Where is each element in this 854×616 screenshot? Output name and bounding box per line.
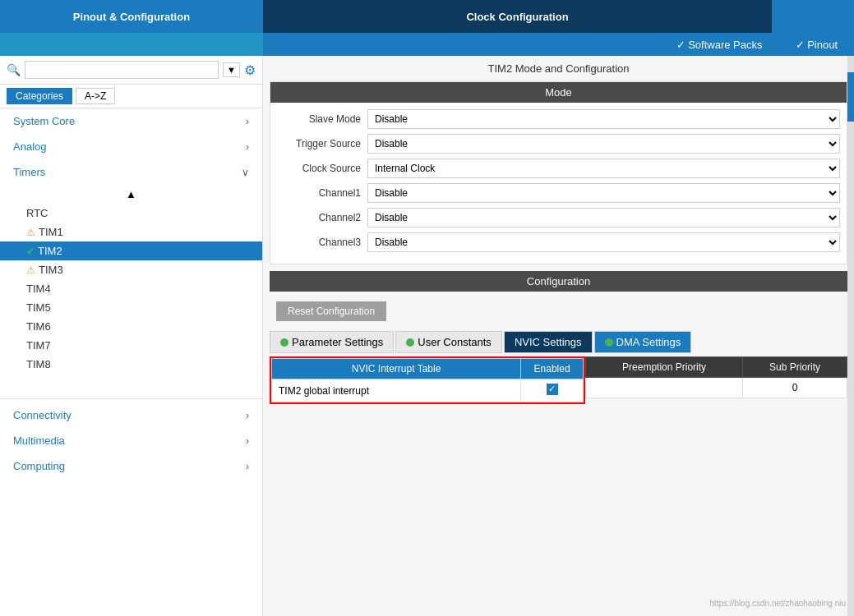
- clock-source-select[interactable]: Internal Clock: [367, 159, 840, 178]
- slave-mode-label: Slave Mode: [277, 113, 367, 125]
- mode-section: Mode Slave Mode Disable Trigger Source D…: [270, 81, 847, 264]
- trigger-source-select[interactable]: Disable: [367, 134, 840, 154]
- nvic-right-panel: Preemption Priority Sub Priority 0: [585, 356, 847, 404]
- sidebar-item-connectivity[interactable]: Connectivity ›: [0, 402, 262, 428]
- chevron-down-icon: ∨: [242, 167, 249, 178]
- timer-item-tim8[interactable]: TIM8: [0, 355, 262, 374]
- scroll-up-arrow[interactable]: ▲: [0, 185, 262, 204]
- nvic-interrupt-box: NVIC Interrupt Table Enabled TIM2 global…: [270, 356, 585, 404]
- sidebar-bottom: Connectivity › Multimedia › Computing ›: [0, 398, 262, 479]
- timer-item-tim6[interactable]: TIM6: [0, 317, 262, 336]
- sidebar-item-analog[interactable]: Analog ›: [0, 134, 262, 159]
- channel1-row: Channel1 Disable: [277, 183, 840, 203]
- warning-icon: ⚠: [26, 264, 35, 276]
- preemption-priority-col-header: Preemption Priority: [586, 357, 743, 378]
- nvic-priority-table: Preemption Priority Sub Priority 0: [585, 356, 847, 398]
- timer-item-tim1[interactable]: ⚠ TIM1: [0, 223, 262, 241]
- chevron-right-icon: ›: [246, 141, 249, 153]
- content-area: TIM2 Mode and Configuration Mode Slave M…: [263, 56, 854, 616]
- config-tabs: Parameter Settings User Constants NVIC S…: [270, 331, 847, 353]
- pinout-link[interactable]: ✓ Pinout: [796, 39, 838, 51]
- search-input[interactable]: [25, 61, 219, 79]
- interrupt-name-cell: TIM2 global interrupt: [272, 379, 521, 402]
- user-constants-tab[interactable]: User Constants: [395, 331, 502, 353]
- nvic-enabled-col-header: Enabled: [521, 359, 584, 379]
- scrollbar[interactable]: [847, 56, 854, 616]
- tab-dot-icon: [605, 338, 613, 347]
- channel3-select[interactable]: Disable: [367, 232, 840, 252]
- table-row: 0: [586, 378, 847, 398]
- sidebar-item-system-core[interactable]: System Core ›: [0, 108, 262, 134]
- chevron-right-icon: ›: [246, 435, 249, 447]
- timer-item-tim7[interactable]: TIM7: [0, 336, 262, 355]
- timer-item-rtc[interactable]: RTC: [0, 204, 262, 223]
- timer-section: ▲ RTC ⚠ TIM1 ✔ TIM2 ⚠ TIM3 TIM4: [0, 185, 262, 374]
- warning-icon: ⚠: [26, 227, 35, 238]
- chevron-right-icon: ›: [246, 116, 249, 127]
- channel2-select[interactable]: Disable: [367, 208, 840, 228]
- dropdown-button[interactable]: ▼: [223, 62, 240, 77]
- config-header: Configuration: [270, 271, 847, 292]
- reset-config-button[interactable]: Reset Configuration: [276, 301, 386, 321]
- categories-tab[interactable]: Categories: [7, 88, 72, 104]
- sidebar-content: System Core › Analog › Timers ∨ ▲ RTC ⚠ …: [0, 108, 262, 616]
- chevron-right-icon: ›: [246, 410, 249, 421]
- gear-icon[interactable]: ⚙: [244, 62, 256, 78]
- clock-source-row: Clock Source Internal Clock: [277, 159, 840, 178]
- watermark: https://blog.csdn.net/zhaohaobing niu: [709, 599, 846, 608]
- sub-priority-col-header: Sub Priority: [743, 357, 847, 378]
- timer-item-tim2[interactable]: ✔ TIM2: [0, 241, 262, 260]
- tab-dot-icon: [406, 338, 414, 347]
- content-title: TIM2 Mode and Configuration: [263, 56, 854, 81]
- sub-priority-cell: 0: [743, 378, 847, 398]
- slave-mode-row: Slave Mode Disable: [277, 109, 840, 129]
- table-row: TIM2 global interrupt: [272, 379, 584, 402]
- tab-bar: Categories A->Z: [0, 85, 262, 108]
- nvic-area: NVIC Interrupt Table Enabled TIM2 global…: [270, 356, 847, 404]
- channel3-label: Channel3: [277, 237, 367, 248]
- search-bar: 🔍 ▼ ⚙: [0, 56, 262, 85]
- parameter-settings-tab[interactable]: Parameter Settings: [270, 331, 394, 353]
- channel2-row: Channel2 Disable: [277, 208, 840, 228]
- scroll-thumb[interactable]: [847, 72, 854, 122]
- sidebar-item-timers[interactable]: Timers ∨: [0, 159, 262, 185]
- timer-item-tim4[interactable]: TIM4: [0, 279, 262, 298]
- nvic-interrupt-col-header: NVIC Interrupt Table: [272, 359, 521, 379]
- pinout-config-header: Pinout & Configuration: [0, 0, 263, 33]
- dma-settings-tab[interactable]: DMA Settings: [594, 331, 692, 353]
- sidebar-item-multimedia[interactable]: Multimedia ›: [0, 428, 262, 453]
- slave-mode-select[interactable]: Disable: [367, 109, 840, 129]
- preemption-priority-cell: [586, 378, 743, 398]
- tab-dot-icon: [280, 338, 289, 347]
- enabled-checkbox[interactable]: [547, 384, 558, 395]
- channel1-select[interactable]: Disable: [367, 183, 840, 203]
- check-circle-icon: ✔: [26, 246, 35, 257]
- sub-nav: ✓ Software Packs ✓ Pinout: [263, 33, 854, 56]
- timer-item-tim3[interactable]: ⚠ TIM3: [0, 260, 262, 279]
- nvic-settings-tab[interactable]: NVIC Settings: [504, 331, 593, 353]
- trigger-source-label: Trigger Source: [277, 138, 367, 149]
- trigger-source-row: Trigger Source Disable: [277, 134, 840, 154]
- chevron-right-icon: ›: [246, 461, 249, 472]
- clock-source-label: Clock Source: [277, 163, 367, 174]
- channel2-label: Channel2: [277, 212, 367, 223]
- mode-header: Mode: [270, 82, 847, 103]
- sidebar: 🔍 ▼ ⚙ Categories A->Z System Core › Anal…: [0, 56, 263, 616]
- channel1-label: Channel1: [277, 187, 367, 199]
- clock-config-header: Clock Configuration: [263, 0, 772, 33]
- az-tab[interactable]: A->Z: [76, 88, 115, 104]
- software-packs-link[interactable]: ✓ Software Packs: [676, 39, 763, 51]
- mode-form: Slave Mode Disable Trigger Source Disabl…: [270, 103, 847, 264]
- nvic-interrupt-table: NVIC Interrupt Table Enabled TIM2 global…: [271, 358, 584, 402]
- enabled-checkbox-cell: [521, 379, 584, 402]
- sidebar-item-computing[interactable]: Computing ›: [0, 453, 262, 479]
- timer-item-tim5[interactable]: TIM5: [0, 298, 262, 317]
- channel3-row: Channel3 Disable: [277, 232, 840, 252]
- search-icon[interactable]: 🔍: [7, 63, 21, 76]
